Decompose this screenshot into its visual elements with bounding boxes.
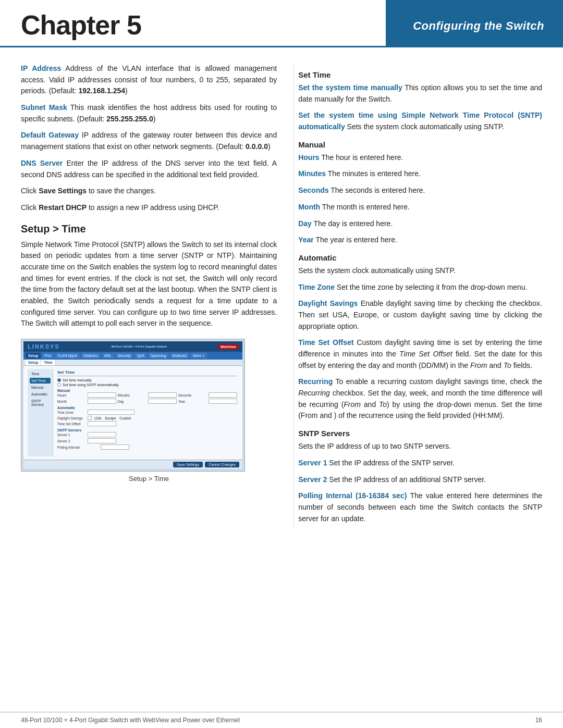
timezone-para: Time Zone Set the time zone by selecting… bbox=[298, 282, 542, 293]
input-polling bbox=[101, 445, 129, 450]
label-set-sntp: Set time using SNTP automatically bbox=[63, 383, 119, 387]
label-year: Year bbox=[178, 400, 207, 403]
nav-stats: Statistics bbox=[81, 353, 101, 359]
daylight-para: Daylight Savings Enable daylight saving … bbox=[298, 298, 542, 332]
btn-save-settings[interactable]: Save Settings bbox=[173, 462, 203, 467]
input-seconds bbox=[209, 392, 237, 398]
linksys-tabs: Setup Time bbox=[23, 360, 242, 366]
manual-section-label: Manual bbox=[57, 389, 237, 392]
year-body: The year is entered here. bbox=[314, 236, 397, 244]
row-polling: Polling Interval bbox=[57, 445, 237, 450]
row-timezone: Time Zone bbox=[57, 410, 237, 415]
recurring-from: From bbox=[344, 400, 361, 409]
label-server1: Server 1 bbox=[57, 433, 86, 437]
linksys-ui: LINKSYS 48-Port 10/100 • 4-Port Gigabit … bbox=[21, 339, 244, 471]
timeset-italic: Time Set Offset bbox=[399, 350, 452, 358]
hours-para: Hours The hour is entered here. bbox=[298, 152, 542, 164]
set-manually-para: Set the system time manually This option… bbox=[298, 82, 542, 105]
input-year bbox=[209, 399, 237, 404]
default-gw-default: 0.0.0.0 bbox=[246, 142, 268, 151]
main-content: IP Address Address of the VLAN interface… bbox=[0, 47, 563, 545]
server1-term: Server 1 bbox=[298, 459, 327, 467]
save-bold: Save Settings bbox=[39, 187, 87, 195]
seconds-term: Seconds bbox=[298, 186, 328, 194]
nav-more: More > bbox=[190, 353, 207, 359]
label-polling: Polling Interval bbox=[57, 446, 99, 449]
timezone-term: Time Zone bbox=[298, 283, 335, 291]
sidebar-sntp: SNTP Servers bbox=[30, 398, 51, 408]
linksys-header: LINKSYS 48-Port 10/100 • 4-Port Gigabit … bbox=[23, 341, 242, 352]
input-offset bbox=[88, 421, 116, 426]
label-daylight: Daylight Savings bbox=[57, 416, 86, 420]
dns-server-para: DNS Server Enter the IP address of the D… bbox=[21, 158, 277, 180]
sntp-body: Sets the IP address of up to two SNTP se… bbox=[298, 441, 542, 452]
recurring-term: Recurring bbox=[298, 377, 333, 386]
nav-setup: Setup bbox=[26, 353, 41, 359]
label-seconds: Seconds bbox=[178, 393, 207, 397]
ip-address-term: IP Address bbox=[21, 64, 61, 72]
input-timezone bbox=[88, 410, 134, 415]
linksys-logo: LINKSYS bbox=[28, 343, 60, 350]
label-custom: Custom bbox=[119, 416, 131, 420]
save-click: Click bbox=[21, 187, 39, 195]
label-minutes: Minutes bbox=[118, 393, 146, 397]
label-day: Day bbox=[118, 400, 146, 403]
label-offset: Time Set Offset bbox=[57, 422, 86, 426]
linksys-footer: Save Settings Cancel Changes bbox=[23, 460, 242, 469]
year-term: Year bbox=[298, 236, 314, 244]
row-server1: Server 1 bbox=[57, 432, 237, 437]
ip-address-para: IP Address Address of the VLAN interface… bbox=[21, 63, 277, 97]
tab-time: Time bbox=[41, 360, 55, 365]
row-server2: Server 2 bbox=[57, 438, 237, 443]
save-rest: to save the changes. bbox=[87, 187, 156, 195]
restart-rest: to assign a new IP address using DHCP. bbox=[87, 203, 219, 212]
label-timezone: Time Zone bbox=[57, 411, 86, 414]
footer-left: 48-Port 10/100 + 4-Port Gigabit Switch w… bbox=[21, 717, 240, 724]
dns-term: DNS Server bbox=[21, 159, 63, 167]
restart-click: Click bbox=[21, 203, 39, 212]
sntp-heading: SNTP Servers bbox=[298, 429, 542, 438]
label-server2: Server 2 bbox=[57, 439, 86, 443]
input-server2 bbox=[88, 438, 116, 443]
label-hours: Hours bbox=[57, 393, 86, 397]
row-offset: Time Set Offset bbox=[57, 421, 237, 426]
subnet-mask-default: 255.255.255.0 bbox=[106, 115, 153, 123]
default-gw-para: Default Gateway IP address of the gatewa… bbox=[21, 130, 277, 152]
setup-time-heading: Setup > Time bbox=[21, 223, 277, 235]
chapter-title: Configuring the Switch bbox=[386, 0, 563, 46]
recurring-para: Recurring To enable a recurring custom d… bbox=[298, 376, 542, 422]
linksys-main-panel: Set Time Set time manually Set time usin… bbox=[56, 369, 238, 456]
linksys-nav: Setup Port VLAN Mgmt Statistics ARL Secu… bbox=[23, 352, 242, 360]
timeset-para: Time Set Offset Custom daylight saving t… bbox=[298, 337, 542, 371]
ip-address-default: 192.168.1.254 bbox=[79, 87, 126, 95]
label-month: Month bbox=[57, 400, 86, 403]
month-term: Month bbox=[298, 203, 320, 211]
automatic-heading: Automatic bbox=[298, 253, 542, 262]
linksys-row-manual: Set time manually bbox=[57, 378, 237, 382]
set-sntp-body: Sets the system clock automatically usin… bbox=[345, 122, 505, 131]
restart-bold: Restart DHCP bbox=[39, 203, 87, 212]
server2-para: Server 2 Set the IP address of an additi… bbox=[298, 474, 542, 486]
year-para: Year The year is entered here. bbox=[298, 235, 542, 246]
linksys-section-title: Set Time bbox=[57, 370, 237, 376]
nav-multicast: Multicast bbox=[170, 353, 190, 359]
set-manually-term: Set the system time manually bbox=[298, 83, 402, 92]
row-hours: Hours Minutes Seconds bbox=[57, 392, 237, 398]
timeset-to: To bbox=[504, 361, 511, 369]
manual-heading: Manual bbox=[298, 140, 542, 149]
polling-para: Polling Internal (16-16384 sec) The valu… bbox=[298, 490, 542, 524]
automatic-section-label: Automatic bbox=[57, 406, 237, 410]
page-header: Chapter 5 Configuring the Switch bbox=[0, 0, 563, 47]
chapter-label: Chapter 5 bbox=[0, 0, 386, 46]
label-set-manually: Set time manually bbox=[63, 378, 92, 382]
footer-right: 16 bbox=[535, 717, 542, 724]
server1-body: Set the IP address of the SNTP server. bbox=[327, 459, 455, 467]
save-settings-para: Click Save Settings to save the changes. bbox=[21, 186, 277, 197]
seconds-body: The seconds is entered here. bbox=[329, 186, 425, 194]
default-gw-term: Default Gateway bbox=[21, 131, 79, 139]
input-minutes bbox=[148, 392, 177, 398]
btn-cancel-changes[interactable]: Cancel Changes bbox=[205, 462, 239, 467]
timeset-body3: fields. bbox=[511, 361, 532, 369]
polling-term: Polling Internal (16-16384 sec) bbox=[298, 491, 407, 500]
subnet-mask-term: Subnet Mask bbox=[21, 103, 67, 112]
